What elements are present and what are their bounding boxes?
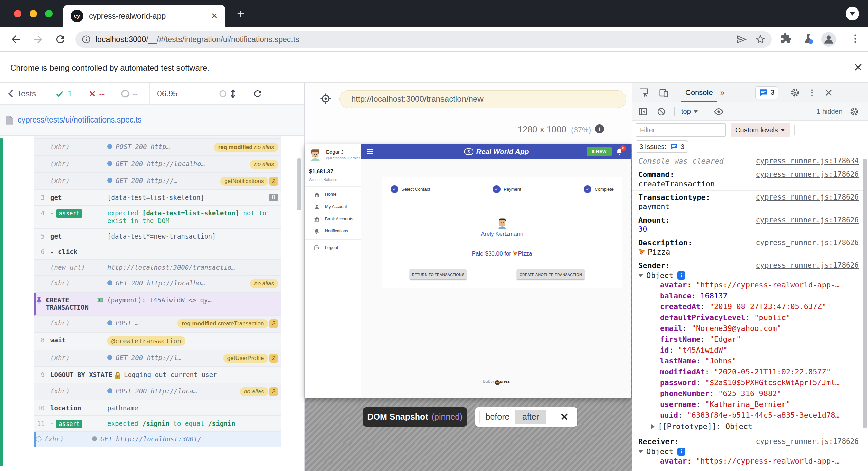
tab-search-button[interactable]	[846, 7, 859, 20]
spec-file-link[interactable]: cypress/tests/ui/notifications.spec.ts	[18, 115, 142, 125]
forward-icon[interactable]	[32, 33, 44, 45]
command-row[interactable]: 4-assertexpected [data-test=list-skeleto…	[34, 206, 281, 229]
more-tabs-icon[interactable]: »	[720, 88, 725, 97]
source-link[interactable]: cypress_runner.js:178626	[756, 170, 859, 178]
address-bar[interactable]: localhost:3000/__/#/tests/integration/ui…	[75, 31, 772, 48]
hidden-messages-label[interactable]: 1 hidden	[816, 108, 843, 115]
xhr-status-dot	[107, 388, 112, 393]
live-expression-eye-icon[interactable]	[714, 107, 724, 117]
console-settings-gear-icon[interactable]	[849, 107, 860, 117]
devtools-settings-gear-icon[interactable]	[790, 88, 800, 98]
command-row[interactable]: (xhr)POST …req modified createTransactio…	[34, 316, 281, 333]
command-row[interactable]: (xhr)GET http://localhost:3001/	[34, 432, 281, 447]
devtools-close-icon[interactable]	[824, 88, 833, 97]
execution-context-selector[interactable]: top	[681, 108, 698, 115]
source-link[interactable]: cypress_runner.js:178634	[756, 157, 859, 165]
log-levels-dropdown[interactable]: Custom levels	[731, 123, 790, 137]
command-row[interactable]: 3get[data-test=list-skeleton]0	[34, 190, 281, 206]
source-link[interactable]: cypress_runner.js:178626	[756, 216, 859, 224]
browser-menu-icon[interactable]	[850, 33, 861, 45]
return-to-transactions-button[interactable]: RETURN TO TRANSACTIONS	[410, 269, 467, 279]
snapshot-before-button[interactable]: before	[479, 410, 515, 424]
devtools-scrollbar[interactable]	[863, 159, 867, 428]
snapshot-after-button[interactable]: after	[515, 410, 546, 424]
sidebar-item-bank-accounts[interactable]: Bank Accounts	[305, 213, 361, 225]
send-icon[interactable]	[736, 34, 747, 44]
new-tab-button[interactable]: +	[237, 7, 244, 20]
prototype-row[interactable]: [[Prototype]]: Object	[638, 421, 859, 432]
flask-icon[interactable]	[802, 33, 814, 45]
profile-avatar[interactable]	[821, 32, 836, 47]
source-link[interactable]: cypress_runner.js:178626	[756, 239, 859, 247]
collapse-triangle-icon[interactable]	[638, 274, 643, 277]
reporter-scrollbar[interactable]	[297, 158, 301, 210]
command-row[interactable]: (new url)http://localhost:3000/transacti…	[34, 260, 281, 276]
back-icon[interactable]	[10, 33, 22, 45]
browser-tab[interactable]: cy cypress-realworld-app ✕	[63, 5, 225, 27]
source-link[interactable]: cypress_runner.js:178626	[756, 261, 859, 269]
console-message-count[interactable]: 3	[755, 86, 778, 99]
command-row[interactable]: (xhr)GET 200 http://l…getUserProfile2	[34, 350, 281, 367]
device-toolbar-icon[interactable]	[659, 88, 669, 98]
minimize-window-button[interactable]	[30, 10, 37, 17]
console-message[interactable]: cypress_runner.js:178626Receiver:Objecti…	[632, 435, 864, 469]
create-another-transaction-button[interactable]: CREATE ANOTHER TRANSACTION	[517, 269, 585, 279]
aut-url-bar[interactable]: http://localhost:3000/transaction/new	[339, 90, 626, 108]
selector-playground-icon[interactable]	[320, 93, 332, 105]
extensions-puzzle-icon[interactable]	[780, 33, 793, 45]
tab-close-icon[interactable]: ✕	[211, 11, 218, 21]
auto-scroll-toggle[interactable]	[219, 89, 238, 99]
collapse-triangle-icon[interactable]	[638, 450, 643, 453]
console-message[interactable]: cypress_runner.js:178626Transactiontype:…	[632, 191, 864, 213]
sidebar-item-my-account[interactable]: My Account	[305, 201, 361, 213]
command-row[interactable]: (xhr)GET 200 http://localho…no alias	[34, 276, 281, 293]
source-link[interactable]: cypress_runner.js:178626	[756, 193, 859, 201]
console-message[interactable]: cypress_runner.js:178626Description:Pizz…	[632, 236, 864, 259]
console-filter-row: Filter Custom levels	[632, 121, 868, 139]
console-sidebar-toggle-icon[interactable]	[638, 107, 648, 116]
devtools-menu-icon[interactable]	[808, 88, 816, 98]
console-output: cypress_runner.js:178634Console was clea…	[632, 154, 864, 471]
console-message[interactable]: cypress_runner.js:178634Console was clea…	[632, 154, 864, 168]
console-message[interactable]: cypress_runner.js:178626Sender:Objectiav…	[632, 259, 864, 435]
inspect-element-icon[interactable]	[639, 88, 649, 98]
new-transaction-button[interactable]: $ NEW	[587, 147, 612, 156]
command-row[interactable]: 10locationpathname	[34, 400, 281, 416]
source-link[interactable]: cypress_runner.js:178626	[756, 437, 859, 446]
close-window-button[interactable]	[14, 10, 21, 17]
command-row[interactable]: 8wait@createTransaction	[34, 333, 281, 350]
command-row[interactable]: CREATE TRANSACTION(payment): t45AiwidW <…	[34, 293, 281, 316]
sidebar-nav: HomeMy AccountBank AccountsNotifications…	[305, 188, 361, 254]
menu-icon[interactable]	[367, 148, 373, 155]
console-message[interactable]: cypress_runner.js:178626Command:createTr…	[632, 168, 864, 191]
tab-console[interactable]: Console	[678, 83, 720, 102]
command-row[interactable]: (xhr)POST 200 http…req modified no alias	[34, 139, 281, 156]
object-info-icon[interactable]: i	[677, 271, 685, 280]
infobar-close-icon[interactable]	[852, 61, 864, 73]
command-row[interactable]: (xhr)POST 200 http://loca…no alias2	[34, 383, 281, 400]
bookmark-star-icon[interactable]	[755, 34, 766, 44]
object-info-icon[interactable]: i	[677, 448, 685, 456]
command-row[interactable]: (xhr)GET 200 http://…getNotifications2	[34, 173, 281, 190]
command-row[interactable]: (xhr)GET 200 http://localho…no alias	[34, 156, 281, 173]
page-info-icon[interactable]	[81, 35, 91, 44]
issues-button[interactable]: 3 Issues: 3	[636, 140, 688, 153]
reload-icon[interactable]	[54, 33, 67, 45]
console-message[interactable]: cypress_runner.js:178626Amount:30	[632, 213, 864, 236]
filter-input[interactable]: Filter	[636, 123, 726, 137]
clear-console-icon[interactable]	[657, 107, 666, 116]
receiver-name-link[interactable]: Arely Kertzmann	[382, 231, 622, 238]
command-row[interactable]: 11-assertexpected /signin to equal /sign…	[34, 416, 281, 432]
maximize-window-button[interactable]	[45, 10, 53, 17]
command-row[interactable]: 6- click	[34, 244, 281, 260]
restart-tests-button[interactable]	[252, 89, 263, 99]
sidebar-item-logout[interactable]: Logout	[305, 242, 361, 254]
snapshot-toggle-group: before after ✕	[475, 407, 577, 427]
command-row[interactable]: 5get[data-test*=new-transaction]	[34, 229, 281, 244]
snapshot-close-button[interactable]: ✕	[551, 411, 577, 423]
sidebar-item-home[interactable]: Home	[305, 188, 361, 201]
viewport-info-icon[interactable]: i	[595, 124, 604, 133]
sidebar-item-notifications[interactable]: Notifications	[305, 225, 361, 237]
back-to-tests-button[interactable]: Tests	[7, 89, 36, 98]
command-row[interactable]: 9LOGOUT BY XSTATELogging out current use…	[34, 367, 281, 383]
